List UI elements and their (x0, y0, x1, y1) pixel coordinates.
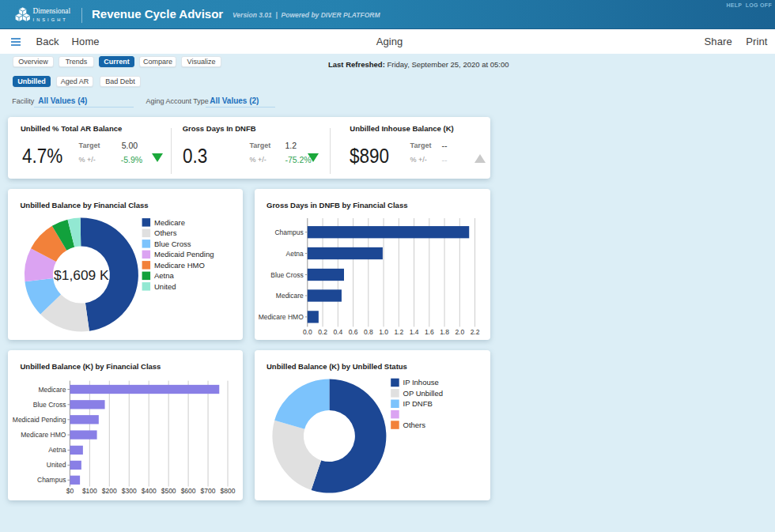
svg-text:Blue Cross: Blue Cross (154, 240, 191, 248)
svg-text:$100: $100 (82, 487, 97, 495)
svg-text:Aetna: Aetna (154, 271, 175, 280)
svg-text:$200: $200 (102, 487, 117, 495)
svg-text:1.4: 1.4 (410, 328, 419, 336)
svg-text:IP DNFB: IP DNFB (403, 399, 433, 408)
svg-text:1.0: 1.0 (379, 328, 388, 336)
svg-text:$0: $0 (66, 487, 74, 495)
svg-text:0.4: 0.4 (333, 328, 342, 336)
svg-text:Medicaid Pending: Medicaid Pending (154, 250, 214, 258)
svg-text:$300: $300 (122, 487, 137, 495)
svg-text:0.2: 0.2 (318, 328, 327, 336)
svg-text:Champus: Champus (274, 228, 303, 236)
svg-text:Medicare: Medicare (276, 292, 304, 300)
svg-text:1.6: 1.6 (425, 328, 434, 336)
svg-text:$400: $400 (142, 487, 157, 495)
svg-text:Champus: Champus (37, 476, 66, 484)
svg-text:OP Unbilled: OP Unbilled (403, 389, 444, 398)
svg-text:1.8: 1.8 (440, 328, 449, 336)
svg-text:United: United (47, 461, 66, 469)
svg-text:1.2: 1.2 (394, 328, 403, 336)
svg-text:Blue Cross: Blue Cross (33, 401, 66, 409)
svg-text:Aetna: Aetna (286, 250, 304, 258)
svg-text:2.2: 2.2 (471, 328, 480, 336)
svg-text:$500: $500 (161, 487, 176, 495)
svg-text:0.8: 0.8 (364, 328, 373, 336)
svg-text:$700: $700 (201, 487, 216, 495)
svg-text:Others: Others (154, 228, 177, 237)
svg-text:Medicare HMO: Medicare HMO (21, 431, 66, 439)
svg-text:2.0: 2.0 (455, 328, 464, 336)
svg-text:Medicare HMO: Medicare HMO (154, 261, 205, 270)
svg-text:Others: Others (403, 421, 426, 429)
svg-text:$600: $600 (181, 487, 196, 495)
svg-text:$1,609 K: $1,609 K (54, 267, 109, 283)
svg-text:Medicaid Pending: Medicaid Pending (13, 416, 66, 424)
svg-text:Medicare: Medicare (38, 386, 66, 394)
svg-text:0.6: 0.6 (349, 328, 358, 336)
svg-text:Blue Cross: Blue Cross (270, 271, 304, 279)
svg-text:IP Inhouse: IP Inhouse (403, 378, 439, 387)
svg-text:Medicare HMO: Medicare HMO (259, 313, 304, 321)
svg-text:Medicare: Medicare (154, 218, 185, 227)
svg-text:0.0: 0.0 (303, 328, 312, 336)
svg-text:United: United (154, 282, 176, 291)
svg-text:Aetna: Aetna (48, 446, 66, 454)
svg-text:$800: $800 (221, 487, 236, 495)
